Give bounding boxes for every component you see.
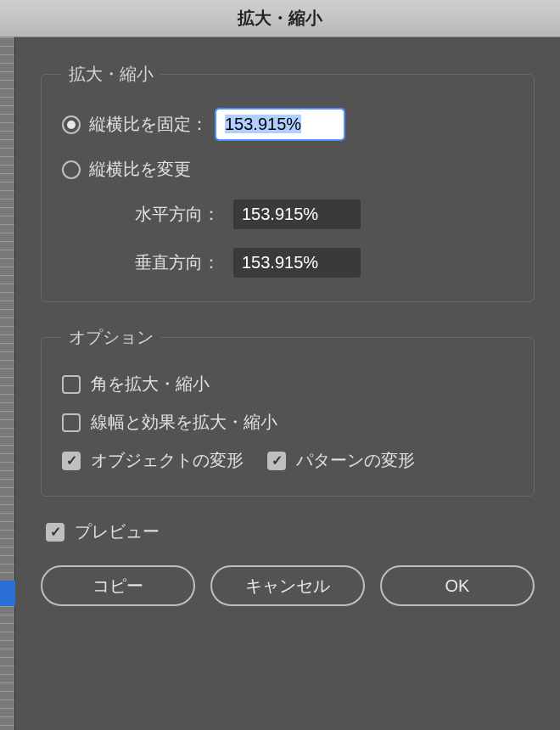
radio-nonuniform[interactable] <box>62 160 81 179</box>
checkbox-scale-corners[interactable] <box>62 375 81 394</box>
ruler-left <box>0 37 15 730</box>
dialog-titlebar: 拡大・縮小 <box>0 0 560 37</box>
radio-uniform-label[interactable]: 縦横比を固定： <box>89 113 208 136</box>
scale-dialog: 拡大・縮小 縦横比を固定： 153.915% 縦横比を変更 水平方向： 153.… <box>15 37 560 730</box>
scale-fieldset: 拡大・縮小 縦横比を固定： 153.915% 縦横比を変更 水平方向： 153.… <box>41 63 535 302</box>
dialog-title: 拡大・縮小 <box>238 7 322 30</box>
checkbox-preview-label[interactable]: プレビュー <box>75 520 160 543</box>
scale-legend: 拡大・縮小 <box>62 63 160 86</box>
vertical-scale-input[interactable]: 153.915% <box>233 248 361 278</box>
checkbox-transform-patterns[interactable] <box>267 452 286 470</box>
checkbox-transform-objects[interactable] <box>62 452 81 470</box>
cancel-button[interactable]: キャンセル <box>210 565 365 606</box>
vertical-label: 垂直方向： <box>62 251 223 274</box>
checkbox-transform-objects-label[interactable]: オブジェクトの変形 <box>91 449 244 472</box>
horizontal-scale-input[interactable]: 153.915% <box>233 199 361 229</box>
ok-button[interactable]: OK <box>380 565 535 606</box>
radio-uniform[interactable] <box>62 115 81 134</box>
checkbox-scale-strokes[interactable] <box>62 413 81 432</box>
checkbox-scale-strokes-label[interactable]: 線幅と効果を拡大・縮小 <box>91 411 277 434</box>
checkbox-scale-corners-label[interactable]: 角を拡大・縮小 <box>91 373 210 396</box>
copy-button[interactable]: コピー <box>41 565 195 606</box>
checkbox-transform-patterns-label[interactable]: パターンの変形 <box>296 449 415 472</box>
uniform-scale-input[interactable]: 153.915% <box>216 110 344 139</box>
dialog-footer: コピー キャンセル OK <box>41 565 535 606</box>
horizontal-label: 水平方向： <box>62 203 223 226</box>
options-fieldset: オプション 角を拡大・縮小 線幅と効果を拡大・縮小 オブジェクトの変形 パターン… <box>41 326 535 497</box>
options-legend: オプション <box>62 326 160 349</box>
radio-nonuniform-label[interactable]: 縦横比を変更 <box>89 158 191 181</box>
checkbox-preview[interactable] <box>46 523 64 542</box>
